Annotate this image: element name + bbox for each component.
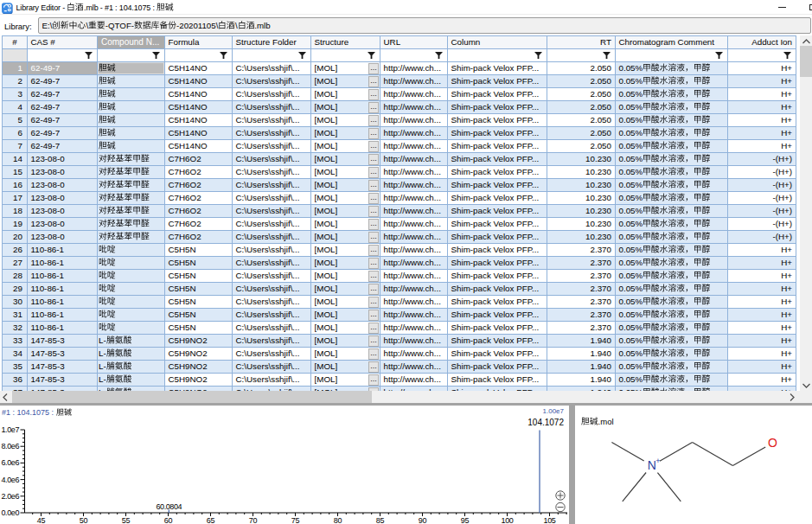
svg-text:8.0e6: 8.0e6	[1, 442, 19, 451]
svg-text:100: 100	[501, 516, 513, 524]
svg-text:70: 70	[249, 516, 258, 524]
svg-text:+: +	[655, 457, 660, 465]
svg-text:4.0e6: 4.0e6	[1, 476, 19, 484]
svg-text:1.0e7: 1.0e7	[1, 425, 19, 434]
svg-text:65: 65	[207, 516, 215, 524]
svg-text:75: 75	[291, 516, 300, 524]
svg-text:60: 60	[164, 516, 173, 524]
svg-text:80: 80	[334, 516, 342, 524]
svg-text:45: 45	[37, 516, 46, 524]
svg-text:85: 85	[376, 516, 385, 524]
svg-text:50: 50	[80, 516, 88, 524]
svg-text:2.0e6: 2.0e6	[1, 492, 19, 501]
svg-text:55: 55	[122, 516, 131, 524]
svg-text:105: 105	[543, 516, 555, 524]
svg-text:60.0804: 60.0804	[156, 502, 182, 511]
svg-text:6.0e6: 6.0e6	[1, 458, 19, 467]
svg-text:95: 95	[461, 516, 470, 524]
svg-text:O: O	[768, 436, 777, 450]
svg-text:0.0e0: 0.0e0	[1, 508, 19, 517]
svg-text:90: 90	[419, 516, 427, 524]
